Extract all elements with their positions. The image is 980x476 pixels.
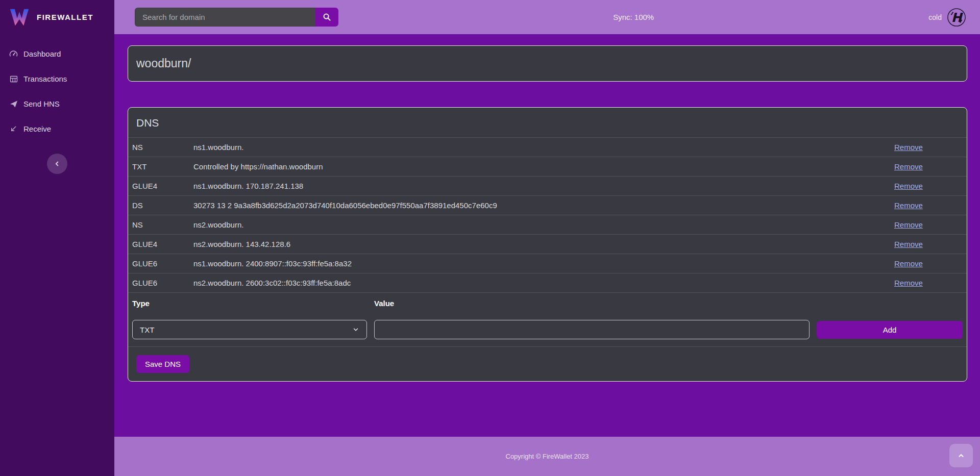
record-type: GLUE4 — [132, 182, 193, 190]
record-value: ns2.woodburn. 2600:3c02::f03c:93ff:fe5a:… — [193, 279, 894, 287]
chevron-up-icon — [958, 452, 965, 459]
arrow-down-left-icon — [9, 124, 18, 133]
record-type: DS — [132, 201, 193, 210]
record-type: TXT — [132, 162, 193, 171]
sidebar: FIREWALLET Dashboard — [0, 0, 114, 476]
record-value: ns1.woodburn. 2400:8907::f03c:93ff:fe5a:… — [193, 259, 894, 268]
record-type-select[interactable]: TXT — [132, 320, 367, 339]
add-record-headers: Type Value — [128, 292, 967, 314]
sidebar-item-label: Receive — [23, 124, 51, 133]
selected-record-type: TXT — [140, 325, 154, 334]
chevron-down-icon — [352, 326, 359, 333]
sidebar-menu: Dashboard Transactions — [0, 41, 114, 141]
search-icon — [323, 13, 331, 21]
wallet-selector: cold H — [928, 8, 966, 27]
table-row: TXT Controlled by https://nathan.woodbur… — [128, 157, 967, 176]
record-value: ns1.woodburn. 170.187.241.138 — [193, 182, 894, 190]
value-column-header: Value — [374, 299, 963, 308]
remove-link[interactable]: Remove — [894, 143, 923, 152]
table-row: DS 30273 13 2 9a3a8fb3d625d2a2073d740f10… — [128, 195, 967, 215]
record-action-cell: Remove — [894, 143, 963, 152]
sidebar-item-transactions[interactable]: Transactions — [0, 66, 114, 91]
domain-card: woodburn/ — [128, 45, 967, 82]
copyright-text: Copyright © FireWallet 2023 — [506, 453, 589, 460]
record-action-cell: Remove — [894, 279, 963, 287]
add-record-button[interactable]: Add — [817, 321, 963, 339]
type-column-header: Type — [132, 299, 367, 308]
sidebar-item-dashboard[interactable]: Dashboard — [0, 41, 114, 66]
main-column: Sync: 100% cold H woodburn/ — [114, 0, 980, 476]
brand-name: FIREWALLET — [37, 13, 93, 21]
send-icon — [9, 99, 18, 108]
firewallet-w-logo-icon — [9, 7, 30, 28]
chevron-left-icon — [54, 160, 61, 167]
sync-status: Sync: 100% — [613, 13, 654, 21]
sidebar-item-label: Dashboard — [23, 49, 61, 58]
search-button[interactable] — [315, 8, 338, 27]
record-type: NS — [132, 143, 193, 152]
content-area: woodburn/ DNS NS ns1.woodburn. Remove TX… — [114, 34, 980, 437]
record-value: 30273 13 2 9a3a8fb3d625d2a2073d740f10da6… — [193, 201, 894, 210]
record-action-cell: Remove — [894, 182, 963, 190]
table-row: NS ns2.woodburn. Remove — [128, 215, 967, 234]
record-action-cell: Remove — [894, 220, 963, 229]
record-value: ns2.woodburn. 143.42.128.6 — [193, 240, 894, 248]
save-row: Save DNS — [128, 346, 967, 381]
sidebar-collapse-button[interactable] — [47, 154, 67, 174]
handshake-logo-icon[interactable]: H — [947, 8, 966, 27]
sidebar-item-label: Send HNS — [23, 99, 60, 108]
search-input[interactable] — [135, 8, 315, 27]
dns-records-table: NS ns1.woodburn. Remove TXT Controlled b… — [128, 137, 967, 292]
add-record-form: TXT Add — [128, 314, 967, 346]
table-row: NS ns1.woodburn. Remove — [128, 137, 967, 157]
record-action-cell: Remove — [894, 240, 963, 248]
sidebar-item-label: Transactions — [23, 74, 67, 83]
record-type: NS — [132, 220, 193, 229]
record-action-cell: Remove — [894, 162, 963, 171]
save-dns-button[interactable]: Save DNS — [136, 355, 189, 373]
scroll-to-top-button[interactable] — [949, 444, 973, 467]
sidebar-item-receive[interactable]: Receive — [0, 116, 114, 141]
record-type: GLUE6 — [132, 259, 193, 268]
remove-link[interactable]: Remove — [894, 201, 923, 210]
wallet-name: cold — [928, 13, 942, 21]
topbar: Sync: 100% cold H — [114, 0, 980, 34]
remove-link[interactable]: Remove — [894, 162, 923, 171]
remove-link[interactable]: Remove — [894, 259, 923, 268]
domain-title: woodburn/ — [136, 57, 191, 70]
table-row: GLUE6 ns2.woodburn. 2600:3c02::f03c:93ff… — [128, 273, 967, 292]
table-row: GLUE4 ns1.woodburn. 170.187.241.138 Remo… — [128, 176, 967, 195]
remove-link[interactable]: Remove — [894, 240, 923, 248]
dns-card: DNS NS ns1.woodburn. Remove TXT Controll… — [128, 107, 967, 382]
record-action-cell: Remove — [894, 201, 963, 210]
speedometer-icon — [9, 49, 18, 58]
table-row: GLUE4 ns2.woodburn. 143.42.128.6 Remove — [128, 234, 967, 254]
record-value: Controlled by https://nathan.woodburn — [193, 162, 894, 171]
record-action-cell: Remove — [894, 259, 963, 268]
remove-link[interactable]: Remove — [894, 182, 923, 190]
record-value: ns2.woodburn. — [193, 220, 894, 229]
record-type: GLUE4 — [132, 240, 193, 248]
table-row: GLUE6 ns1.woodburn. 2400:8907::f03c:93ff… — [128, 254, 967, 273]
dns-card-title: DNS — [128, 108, 967, 137]
record-value-input[interactable] — [374, 320, 810, 339]
sidebar-item-send-hns[interactable]: Send HNS — [0, 91, 114, 116]
remove-link[interactable]: Remove — [894, 279, 923, 287]
record-type: GLUE6 — [132, 279, 193, 287]
app-root: FIREWALLET Dashboard — [0, 0, 980, 476]
domain-search — [135, 8, 338, 27]
table-icon — [9, 74, 18, 83]
footer: Copyright © FireWallet 2023 — [114, 437, 980, 476]
remove-link[interactable]: Remove — [894, 220, 923, 229]
record-value: ns1.woodburn. — [193, 143, 894, 152]
brand[interactable]: FIREWALLET — [0, 0, 114, 34]
